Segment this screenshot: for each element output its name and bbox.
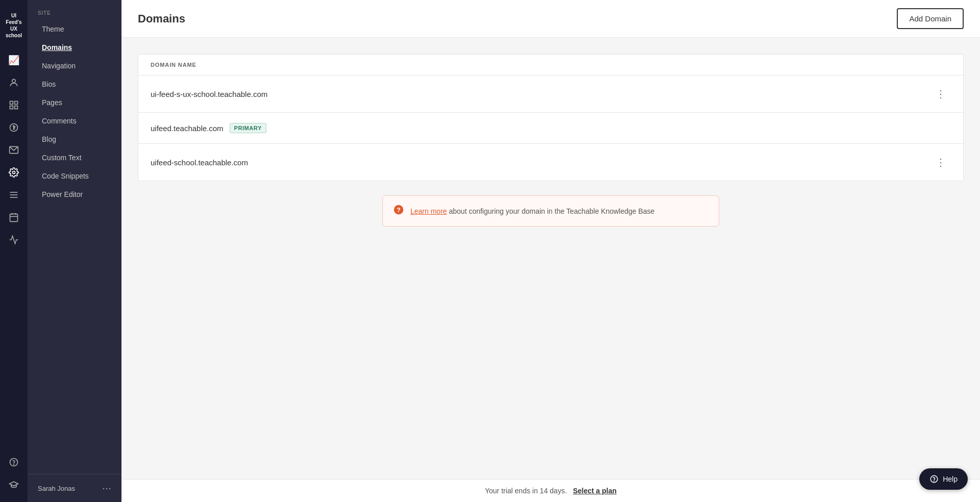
svg-point-7 [13,171,15,174]
analytics-icon[interactable] [5,231,23,249]
footer-bar: Your trial ends in 14 days. Select a pla… [121,479,980,502]
add-domain-button[interactable]: Add Domain [897,8,964,29]
library-icon[interactable] [5,186,23,204]
domain-table: DOMAIN NAME ui-feed-s-ux-school.teachabl… [138,54,964,181]
people-icon[interactable] [5,73,23,92]
domain-name: uifeed.teachable.com PRIMARY [151,123,266,133]
sidebar-item-power-editor[interactable]: Power Editor [32,185,117,204]
primary-badge: PRIMARY [230,123,266,133]
select-plan-link[interactable]: Select a plan [573,487,617,495]
table-row: ui-feed-s-ux-school.teachable.com ⋮ [138,76,963,113]
table-row: uifeed.teachable.com PRIMARY [138,113,963,144]
svg-point-16 [14,464,14,465]
learn-more-link[interactable]: Learn more [410,207,447,215]
main-content: Domains Add Domain DOMAIN NAME ui-feed-s… [121,0,980,502]
svg-rect-4 [15,106,18,109]
user-row: Sarah Jonas ⋯ [28,474,121,502]
calendar-icon[interactable] [5,208,23,227]
help-button[interactable]: Help [919,468,968,490]
sidebar-item-custom-text[interactable]: Custom Text [32,148,117,167]
sidebar-item-comments[interactable]: Comments [32,112,117,130]
svg-rect-1 [10,102,13,105]
domain-more-button[interactable]: ⋮ [932,86,951,102]
chart-icon[interactable]: 📈 [5,51,23,69]
revenue-icon[interactable] [5,118,23,137]
sidebar-item-code-snippets[interactable]: Code Snippets [32,167,117,185]
info-banner: ? Learn more about configuring your doma… [382,195,719,227]
table-row: uifeed-school.teachable.com ⋮ [138,144,963,181]
dashboard-icon[interactable] [5,96,23,114]
user-name: Sarah Jonas [38,485,75,492]
svg-rect-3 [10,106,13,109]
page-title: Domains [138,12,185,26]
domain-table-header: DOMAIN NAME [138,55,963,76]
text-sidebar: SITE Theme Domains Navigation Bios Pages… [28,0,121,502]
domain-name: ui-feed-s-ux-school.teachable.com [151,90,267,98]
trial-text: Your trial ends in 14 days. [485,487,567,495]
settings-icon[interactable] [5,163,23,182]
help-button-label: Help [943,475,958,483]
domain-name: uifeed-school.teachable.com [151,158,248,167]
more-options-icon[interactable]: ⋯ [102,483,111,494]
content-area: DOMAIN NAME ui-feed-s-ux-school.teachabl… [121,38,980,479]
info-text: Learn more about configuring your domain… [410,207,654,215]
sidebar-item-theme[interactable]: Theme [32,20,117,38]
domain-more-button[interactable]: ⋮ [932,154,951,170]
sidebar-item-domains[interactable]: Domains [32,38,117,57]
mail-icon[interactable] [5,141,23,159]
sidebar-item-bios[interactable]: Bios [32,75,117,93]
graduation-icon[interactable] [5,475,23,494]
sidebar-item-pages[interactable]: Pages [32,93,117,112]
site-section-label: SITE [28,0,121,20]
info-circle-icon: ? [393,204,404,218]
main-header: Domains Add Domain [121,0,980,38]
app-title: UI Feed's UX school [0,8,28,47]
svg-text:?: ? [397,206,401,214]
svg-point-0 [12,79,16,83]
svg-point-20 [934,481,935,481]
svg-rect-2 [15,102,18,105]
help-circle-icon[interactable] [5,453,23,471]
sidebar-item-blog[interactable]: Blog [32,130,117,148]
icon-sidebar: UI Feed's UX school 📈 [0,0,28,502]
svg-rect-11 [10,214,18,221]
sidebar-item-navigation[interactable]: Navigation [32,57,117,75]
